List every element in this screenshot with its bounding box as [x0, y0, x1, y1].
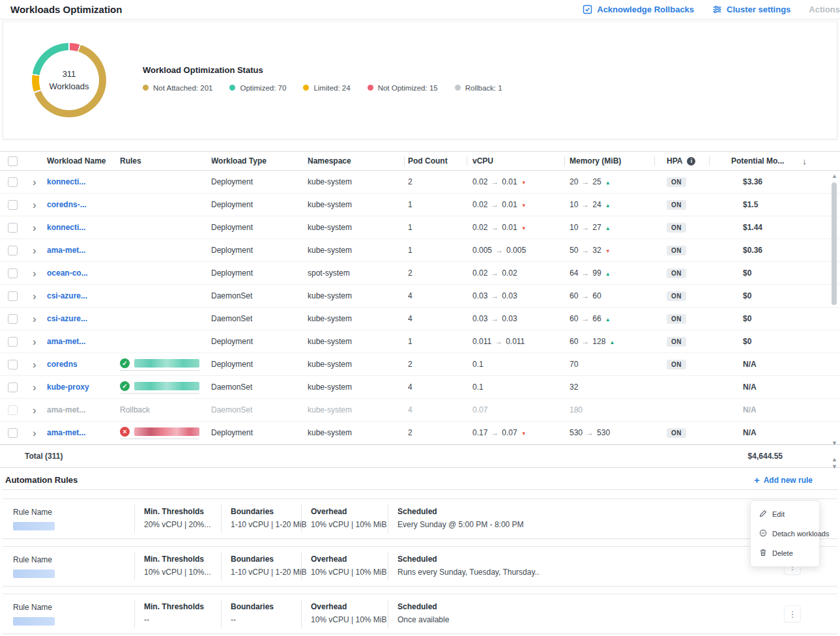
redacted-rule-name	[134, 382, 199, 390]
summary-card: 311 Workloads Workload Optimization Stat…	[3, 21, 837, 139]
row-checkbox[interactable]	[8, 314, 18, 324]
automation-rule-card: Rule NameMin. Thresholds10% vCPU | 10%..…	[3, 546, 837, 586]
rule-overhead-value: 10% vCPU | 10% MiB	[311, 568, 379, 577]
row-checkbox[interactable]	[8, 360, 18, 369]
expand-row-icon[interactable]: ›	[29, 268, 36, 279]
column-header-vcpu[interactable]: vCPU	[467, 152, 564, 170]
namespace: kube-system	[308, 177, 404, 186]
scroll-down-icon[interactable]: ▼	[830, 439, 839, 447]
expand-row-icon[interactable]: ›	[29, 427, 36, 439]
row-checkbox[interactable]	[8, 291, 18, 301]
select-all-checkbox[interactable]	[8, 156, 18, 166]
workload-name-link[interactable]: konnecti...	[47, 223, 85, 232]
scrollbar-thumb[interactable]	[832, 182, 837, 305]
rule-overhead-label: Overhead	[311, 507, 379, 516]
workload-name-link[interactable]: kube-proxy	[47, 383, 89, 392]
row-checkbox[interactable]	[8, 177, 18, 187]
legend-item: Optimized: 70	[229, 84, 286, 92]
row-checkbox[interactable]	[8, 428, 18, 438]
workload-name-link[interactable]: ama-met...	[47, 337, 85, 346]
status-legend: Not Attached: 201Optimized: 70Limited: 2…	[143, 84, 502, 92]
automation-rules-section: Automation Rules + Add new rule Rule Nam…	[3, 470, 837, 634]
column-header-workload-name[interactable]: Workload Name	[47, 152, 120, 170]
workload-name-link[interactable]: ama-met...	[47, 246, 85, 255]
vcpu-value: 0.02→0.02	[467, 268, 564, 278]
total-row-scrollbar[interactable]: ▲ ▼	[830, 456, 839, 470]
expand-row-icon[interactable]: ›	[29, 245, 36, 256]
rule-badge: ×	[120, 427, 199, 439]
memory-value: 64→99▲	[564, 268, 654, 278]
pod-count: 1	[404, 200, 467, 209]
row-checkbox[interactable]	[8, 223, 18, 233]
workload-name-link[interactable]: coredns-...	[47, 200, 87, 209]
expand-row-icon[interactable]: ›	[29, 177, 36, 188]
expand-row-icon[interactable]: ›	[29, 199, 36, 210]
topbar: Workloads Optimization Acknowledge Rollb…	[0, 0, 840, 20]
donut-center-label: Workloads	[49, 80, 89, 93]
column-header-rules[interactable]: Rules	[120, 152, 211, 170]
vcpu-value: 0.02→0.01▼	[467, 200, 564, 209]
rule-min-thresholds: Min. Thresholds20% vCPU | 20%...	[134, 504, 221, 533]
acknowledge-rollbacks-button[interactable]: Acknowledge Rollbacks	[583, 5, 694, 14]
menu-item-detach-workloads[interactable]: Detach workloads	[751, 524, 819, 543]
pod-count: 1	[404, 223, 467, 232]
workload-name-link[interactable]: ocean-co...	[47, 268, 88, 278]
column-header-memory[interactable]: Memory (MiB)	[564, 152, 654, 170]
column-header-namespace[interactable]: Namespace	[308, 152, 404, 170]
namespace: kube-system	[308, 200, 404, 209]
expand-row-icon[interactable]: ›	[29, 222, 36, 233]
rule-actions-kebab-icon[interactable]: ⋮	[784, 605, 801, 622]
workload-name-link[interactable]: csi-azure...	[47, 291, 87, 300]
row-checkbox[interactable]	[8, 246, 18, 255]
expand-row-icon[interactable]: ›	[29, 359, 36, 370]
rule-boundaries-label: Boundaries	[231, 507, 292, 516]
memory-value: 20→25▲	[564, 177, 654, 186]
row-checkbox[interactable]	[8, 405, 18, 415]
arrow-right-icon: →	[491, 177, 499, 186]
mini-scroll-up-icon[interactable]: ▲	[830, 456, 839, 463]
vcpu-value: 0.1	[467, 360, 564, 369]
row-checkbox[interactable]	[8, 383, 18, 392]
actions-button[interactable]: Actions	[809, 5, 840, 14]
row-checkbox[interactable]	[8, 337, 18, 347]
workload-type: Deployment	[211, 223, 308, 232]
row-checkbox[interactable]	[8, 200, 18, 210]
legend-label: Optimized: 70	[240, 84, 286, 92]
row-checkbox[interactable]	[8, 268, 18, 278]
trend-down-icon: ▼	[521, 431, 527, 437]
workload-name-link[interactable]: csi-azure...	[47, 314, 87, 323]
menu-item-edit[interactable]: Edit	[751, 504, 819, 524]
column-header-hpa[interactable]: HPAi	[654, 152, 709, 170]
column-header-workload-type[interactable]: Workload Type	[211, 152, 308, 170]
sort-desc-icon[interactable]: ↓	[802, 156, 807, 166]
rule-success-icon: ✓	[120, 358, 130, 368]
table-scrollbar[interactable]: ▲ ▼	[830, 172, 839, 447]
memory-value: 60→128▲	[564, 337, 654, 346]
workload-name-link[interactable]: ama-met...	[47, 405, 85, 414]
expand-row-icon[interactable]: ›	[29, 405, 36, 416]
vcpu-value: 0.1	[467, 383, 564, 392]
expand-row-icon[interactable]: ›	[29, 336, 36, 347]
workload-name-link[interactable]: ama-met...	[47, 428, 85, 437]
workload-name-link[interactable]: konnecti...	[47, 177, 85, 186]
column-header-potential[interactable]: Potential Mo...↓	[709, 152, 840, 170]
arrow-right-icon: →	[495, 246, 503, 255]
rule-scheduled-value: Runs every Sunday, Tuesday, Thursday..	[398, 568, 818, 577]
rule-scheduled: ScheduledOnce available	[388, 600, 827, 628]
table-row: ›ama-met...×Deploymentkube-system20.17→0…	[0, 422, 840, 444]
rule-min-thresholds-label: Min. Thresholds	[144, 555, 212, 564]
menu-item-delete[interactable]: Delete	[751, 543, 819, 563]
cluster-settings-button[interactable]: Cluster settings	[712, 5, 790, 14]
add-new-rule-button[interactable]: + Add new rule	[754, 475, 813, 485]
expand-row-icon[interactable]: ›	[29, 313, 36, 325]
rule-overhead: Overhead10% vCPU | 10% MiB	[301, 600, 388, 628]
expand-row-icon[interactable]: ›	[29, 291, 36, 302]
info-icon[interactable]: i	[687, 157, 695, 166]
column-header-pod-count[interactable]: Pod Count	[404, 152, 467, 170]
workload-name-link[interactable]: coredns	[47, 360, 78, 369]
mini-scroll-down-icon[interactable]: ▼	[830, 463, 839, 470]
potential-savings-value: N/A	[743, 428, 757, 437]
expand-row-icon[interactable]: ›	[29, 382, 36, 393]
hpa-badge: ON	[667, 360, 686, 369]
scroll-up-icon[interactable]: ▲	[830, 172, 839, 180]
